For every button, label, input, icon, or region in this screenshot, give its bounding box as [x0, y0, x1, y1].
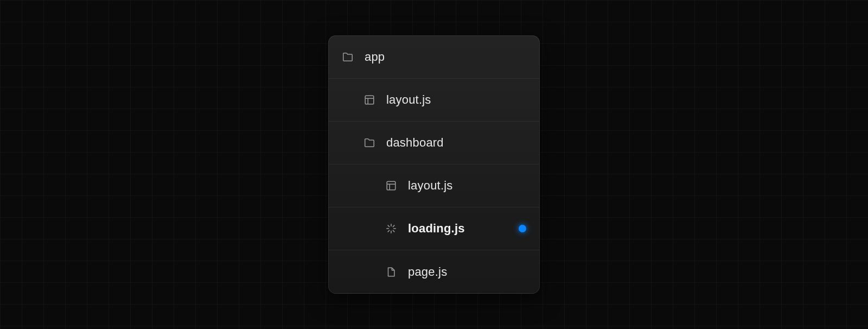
tree-item-label: app — [365, 50, 385, 64]
active-indicator-dot — [519, 225, 526, 232]
layout-icon — [363, 94, 375, 106]
spinner-icon — [385, 223, 397, 235]
tree-item-page[interactable]: page.js — [329, 250, 539, 293]
tree-item-label: layout.js — [408, 179, 453, 193]
tree-item-label: loading.js — [408, 222, 465, 236]
tree-item-app[interactable]: app — [329, 36, 539, 79]
file-icon — [385, 266, 397, 278]
tree-item-label: dashboard — [386, 136, 444, 150]
tree-item-dashboard-layout[interactable]: layout.js — [329, 164, 539, 207]
tree-item-layout[interactable]: layout.js — [329, 79, 539, 122]
tree-item-loading[interactable]: loading.js — [329, 207, 539, 250]
tree-item-dashboard[interactable]: dashboard — [329, 122, 539, 164]
folder-icon — [342, 51, 354, 63]
file-tree-panel: app layout.js dashboard layout.js loadin… — [328, 35, 540, 294]
tree-item-label: layout.js — [386, 93, 431, 107]
layout-icon — [385, 180, 397, 192]
tree-item-label: page.js — [408, 265, 447, 279]
folder-icon — [363, 137, 375, 149]
